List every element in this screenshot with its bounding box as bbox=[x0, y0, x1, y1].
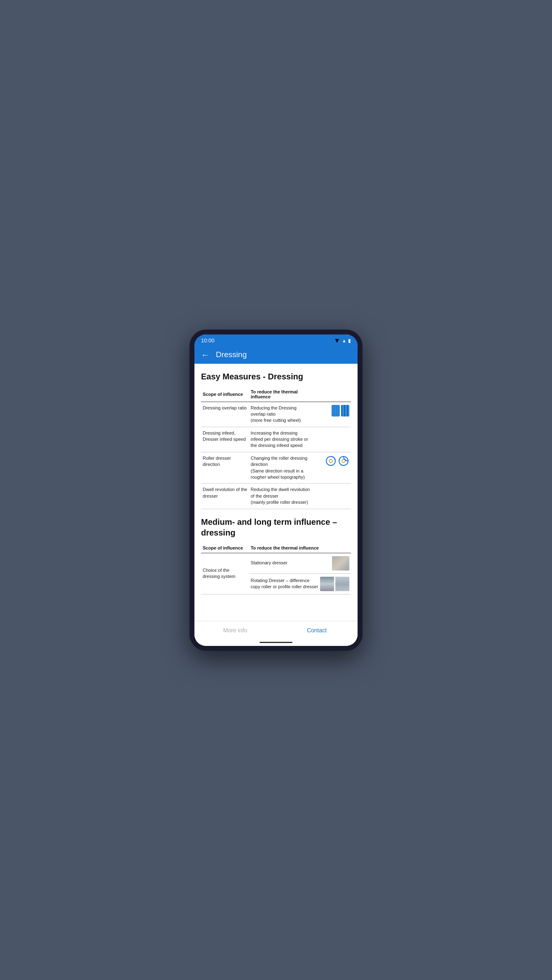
section2-reduce2: Rotating Dresser – difference copy rolle… bbox=[249, 573, 351, 594]
table1-header-img bbox=[312, 387, 351, 402]
row3-scope: Roller dresser direction bbox=[201, 452, 249, 484]
row3-reduce: Changing the roller dressing direction(S… bbox=[249, 452, 312, 484]
home-indicator bbox=[194, 639, 358, 646]
table-row: Dressing overlap ratio Reducing the Dres… bbox=[201, 402, 351, 427]
section1-container: Easy Measures - Dressing Scope of influe… bbox=[194, 364, 358, 509]
table-row: Dressing infeed, Dresser infeed speed In… bbox=[201, 427, 351, 452]
table1: Scope of influence To reduce the thermal… bbox=[201, 387, 351, 509]
status-time: 10:00 bbox=[201, 337, 215, 344]
section2-reduce1: Stationary dresser bbox=[249, 553, 351, 573]
section2-scope: Choice of the dressing system bbox=[201, 553, 249, 594]
row1-scope: Dressing overlap ratio bbox=[201, 402, 249, 427]
home-bar bbox=[260, 642, 292, 643]
status-icons: ▼ ▲ ▮ bbox=[334, 337, 351, 344]
wifi-icon: ▼ bbox=[334, 337, 340, 344]
row2-scope: Dressing infeed, Dresser infeed speed bbox=[201, 427, 249, 452]
spacer bbox=[194, 509, 358, 517]
section1-title: Easy Measures - Dressing bbox=[201, 371, 351, 382]
app-bar: ← Dressing bbox=[194, 346, 358, 364]
table1-header-reduce: To reduce the thermal influence bbox=[249, 387, 312, 402]
status-bar: 10:00 ▼ ▲ ▮ bbox=[194, 334, 358, 346]
row4-image bbox=[312, 484, 351, 509]
back-button[interactable]: ← bbox=[201, 350, 209, 360]
row2-image bbox=[312, 427, 351, 452]
phone-frame: 10:00 ▼ ▲ ▮ ← Dressing Easy Measures - D… bbox=[189, 330, 363, 651]
svg-point-1 bbox=[329, 459, 332, 463]
table1-header-scope: Scope of influence bbox=[201, 387, 249, 402]
row1-image bbox=[312, 402, 351, 427]
more-info-button[interactable]: More info bbox=[194, 621, 276, 639]
dresser-icon-1 bbox=[325, 455, 337, 467]
content-scroll[interactable]: Easy Measures - Dressing Scope of influe… bbox=[194, 364, 358, 621]
section2-title: Medium- and long term influence – dressi… bbox=[201, 517, 351, 538]
bottom-bar: More info Contact bbox=[194, 621, 358, 639]
rotating-dresser-image1 bbox=[320, 577, 334, 591]
rotating-dresser-image2 bbox=[335, 577, 349, 591]
table-row: Roller dresser direction Changing the ro… bbox=[201, 452, 351, 484]
section2-container: Medium- and long term influence – dressi… bbox=[194, 517, 358, 607]
contact-button[interactable]: Contact bbox=[276, 621, 358, 639]
dresser-icon-2 bbox=[338, 455, 349, 467]
row1-reduce: Reducing the Dressing overlap ratio(more… bbox=[249, 402, 312, 427]
table2-header-reduce: To reduce the thermal influence bbox=[249, 543, 351, 553]
app-title: Dressing bbox=[216, 350, 247, 359]
row2-reduce: Increasing the dressing infeed per dress… bbox=[249, 427, 312, 452]
row4-scope: Dwell revolution of the dresser bbox=[201, 484, 249, 509]
row3-image bbox=[312, 452, 351, 484]
table2-header-scope: Scope of influence bbox=[201, 543, 249, 553]
stationary-dresser-image bbox=[332, 556, 349, 571]
signal-icon: ▲ bbox=[342, 338, 346, 343]
row4-reduce: Reducing the dwell revolution of the dre… bbox=[249, 484, 312, 509]
table2: Scope of influence To reduce the thermal… bbox=[201, 543, 351, 594]
battery-icon: ▮ bbox=[348, 338, 351, 344]
table-row: Choice of the dressing system Stationary… bbox=[201, 553, 351, 573]
phone-screen: 10:00 ▼ ▲ ▮ ← Dressing Easy Measures - D… bbox=[194, 334, 358, 646]
table-row: Dwell revolution of the dresser Reducing… bbox=[201, 484, 351, 509]
